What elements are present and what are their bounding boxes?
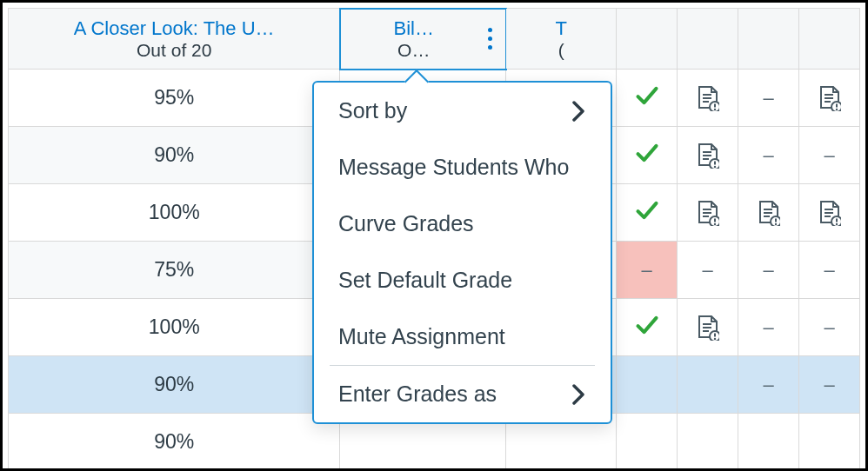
grade-cell[interactable] [678,356,738,414]
svg-point-41 [713,337,715,339]
menu-mute-assignment[interactable]: Mute Assignment [314,308,611,365]
column-subtitle: O… [353,40,474,61]
checkmark-icon [635,198,659,222]
grade-value: 100% [149,315,200,338]
column-header-row: A Closer Look: The U… Out of 20 Bil… O… [9,9,860,70]
grade-cell[interactable]: – [738,356,799,414]
column-title: Bil… [353,17,474,40]
status-cell[interactable]: – [617,242,678,299]
no-grade-dash: – [763,259,773,281]
grade-cell[interactable]: – [738,127,799,184]
chevron-right-icon [572,384,586,405]
grade-value: 90% [154,430,194,453]
column-menu-icon[interactable] [488,28,492,50]
column-header-assignment-a[interactable]: A Closer Look: The U… Out of 20 [9,9,340,70]
grade-cell[interactable] [799,70,860,127]
no-grade-dash: – [824,316,834,338]
column-header-narrow[interactable] [617,9,678,70]
no-grade-dash: – [824,259,834,281]
menu-curve-grades[interactable]: Curve Grades [314,196,611,252]
chevron-right-icon [572,101,586,122]
no-grade-dash: – [763,374,773,395]
grade-cell[interactable] [678,184,738,242]
menu-set-default-grade[interactable]: Set Default Grade [314,252,611,308]
no-grade-dash: – [763,144,773,166]
status-cell[interactable] [617,414,678,471]
grade-cell[interactable]: – [738,70,799,127]
menu-label: Message Students Who [338,155,569,180]
status-cell[interactable] [617,184,678,242]
grade-cell[interactable] [678,127,738,184]
checkmark-icon [635,83,659,108]
menu-label: Sort by [338,98,407,123]
no-grade-dash: – [703,259,713,281]
grade-cell[interactable] [678,414,738,471]
grade-cell[interactable] [738,414,799,471]
grade-cell[interactable]: – [799,127,860,184]
no-grade-dash: – [824,374,834,395]
svg-point-5 [713,108,715,109]
menu-enter-grades-as[interactable]: Enter Grades as [314,366,611,422]
column-subtitle: Out of 20 [10,40,338,61]
grade-cell[interactable]: – [678,242,738,299]
column-header-assignment-c[interactable]: T ( [506,9,617,70]
grade-cell[interactable]: – [738,299,799,356]
grade-cell[interactable]: – [738,242,799,299]
column-header-narrow[interactable] [738,9,799,70]
grade-value: 100% [149,201,200,223]
column-title: T [507,17,615,40]
svg-point-17 [713,165,715,167]
document-alert-icon [697,143,719,169]
grade-value: 95% [154,86,194,109]
status-cell[interactable] [617,356,678,414]
grade-cell[interactable]: 90% [9,127,340,184]
document-alert-icon [697,315,719,341]
svg-point-11 [835,108,837,109]
grade-cell[interactable]: 90% [9,356,340,414]
svg-point-29 [774,222,776,224]
no-grade-dash: – [763,316,773,338]
column-header-narrow[interactable] [799,9,860,70]
checkmark-icon [635,313,659,337]
column-header-assignment-b[interactable]: Bil… O… [340,9,506,70]
grade-cell[interactable]: – [799,242,860,299]
grade-cell[interactable] [799,184,860,242]
grade-cell[interactable]: – [799,299,860,356]
no-grade-dash: – [642,259,652,281]
status-cell[interactable] [617,127,678,184]
app-frame: A Closer Look: The U… Out of 20 Bil… O… [0,0,868,471]
grade-cell[interactable]: 100% [9,299,340,356]
grade-cell[interactable]: 100% [9,184,340,242]
grade-cell[interactable]: – [799,356,860,414]
document-alert-icon [758,200,780,226]
grade-cell[interactable] [799,414,860,471]
grade-value: 75% [154,258,194,281]
menu-label: Set Default Grade [338,268,512,293]
grade-cell[interactable] [678,299,738,356]
grade-cell[interactable] [738,184,799,242]
grade-cell[interactable]: 90% [9,414,340,471]
no-grade-dash: – [763,87,773,109]
column-options-menu: Sort by Message Students Who Curve Grade… [312,81,612,424]
document-alert-icon [818,200,841,226]
document-alert-icon [697,85,719,111]
grade-cell[interactable]: 95% [9,70,340,127]
grade-cell[interactable] [678,70,738,127]
column-header-narrow[interactable] [678,9,738,70]
checkmark-icon [635,141,659,165]
column-title: A Closer Look: The U… [10,17,338,40]
status-cell[interactable] [617,70,678,127]
document-alert-icon [818,85,841,111]
column-subtitle: ( [507,40,615,61]
menu-label: Mute Assignment [338,324,505,349]
no-grade-dash: – [824,144,834,166]
svg-point-35 [835,222,837,224]
grade-value: 90% [154,373,194,395]
svg-point-23 [713,222,715,224]
document-alert-icon [697,200,719,226]
grade-cell[interactable]: 75% [9,242,340,299]
status-cell[interactable] [617,299,678,356]
menu-label: Enter Grades as [338,381,497,407]
menu-sort-by[interactable]: Sort by [314,83,611,139]
menu-message-students[interactable]: Message Students Who [314,139,611,196]
